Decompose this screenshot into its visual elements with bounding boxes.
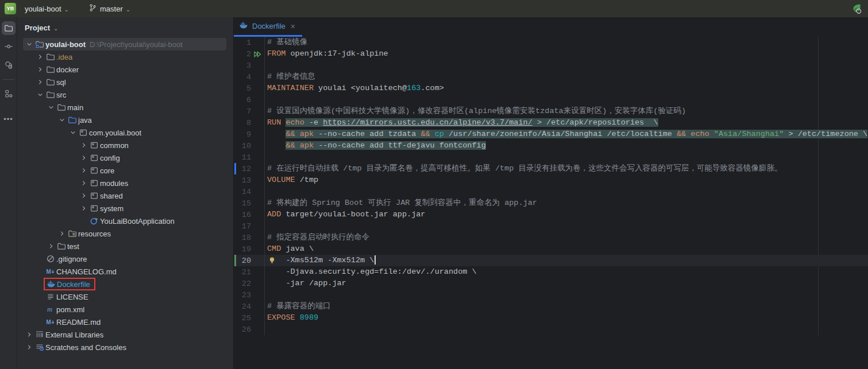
code-line[interactable]: 1# 基础镜像 [234,37,868,48]
tree-row-gitignore[interactable]: .gitignore [17,253,233,265]
tree-row-modules[interactable]: modules [17,177,233,189]
gutter-cell[interactable]: 25 [234,312,265,324]
gutter-cell[interactable]: 13 [234,174,265,186]
code-line[interactable]: 8RUN echo -e https://mirrors.ustc.edu.cn… [234,117,868,129]
tree-row-common[interactable]: common [17,139,233,152]
gutter-cell[interactable]: 8 [234,117,265,129]
chevron-right-icon[interactable] [24,330,34,339]
chevron-down-icon[interactable] [46,103,56,112]
chevron-right-icon[interactable] [79,141,88,150]
chevron-right-icon[interactable] [79,166,88,175]
code-line[interactable]: 18# 指定容器启动时执行的命令 [234,232,868,243]
gutter-cell[interactable]: 6 [234,94,265,106]
structure-tool-icon[interactable] [2,87,16,100]
code-line[interactable]: 26 [234,324,868,335]
more-tools-icon[interactable]: ••• [2,112,16,126]
chevron-down-icon[interactable] [35,90,45,99]
tree-row-config[interactable]: config [17,152,233,164]
code-line[interactable]: 21 -Djava.security.egd=file:/dev/./urand… [234,266,868,278]
tree-row-system[interactable]: system [17,202,233,215]
tab-dockerfile[interactable]: Dockerfile × [234,17,302,37]
gutter-cell[interactable]: 9 [234,129,265,140]
code-line[interactable]: 2FROM openjdk:17-jdk-alpine [234,48,868,60]
chevron-right-icon[interactable] [79,178,88,188]
code-line[interactable]: 22 -jar /app.jar [234,278,868,289]
chevron-right-icon[interactable] [79,204,88,213]
code-line[interactable]: 12# 在运行时自动挂载 /tmp 目录为匿名卷，提高可移植性。如果 /tmp … [234,163,868,174]
code-line[interactable]: 10 && apk --no-cache add ttf-dejavu font… [234,140,868,152]
code-line[interactable]: 25EXPOSE 8989 [234,312,868,324]
gutter-cell[interactable]: 3 [234,60,265,71]
gutter-cell[interactable]: 11 [234,152,265,163]
tree-row-java[interactable]: java [17,114,233,126]
tree-row-resources[interactable]: resources [17,227,233,240]
tree-row-external-libraries[interactable]: External Libraries [17,328,233,341]
tree-row-test[interactable]: test [17,240,233,253]
branch-selector[interactable]: master ⌄ [85,2,134,15]
code-line[interactable]: 4# 维护者信息 [234,71,868,83]
commit-tool-icon[interactable] [2,40,16,53]
run-file-icon[interactable] [251,50,264,59]
chevron-down-icon[interactable] [57,115,67,125]
gutter-cell[interactable]: 21 [234,266,265,278]
gutter-cell[interactable]: 15 [234,197,265,209]
tree-row-scratches-and-consoles[interactable]: Scratches and Consoles [17,341,233,354]
tree-row-main[interactable]: main [17,101,233,114]
tree-row-changelog-md[interactable]: MCHANGELOG.md [17,265,233,278]
chevron-right-icon[interactable] [35,52,45,61]
chevron-right-icon[interactable] [46,242,56,251]
gutter-cell[interactable]: 17 [234,220,265,232]
close-icon[interactable]: × [290,22,296,31]
chevron-right-icon[interactable] [79,191,88,200]
tree-row-src[interactable]: src [17,88,233,101]
gutter-cell[interactable]: 7 [234,106,265,117]
gutter-cell[interactable]: 12 [234,163,265,174]
tree-row-readme-md[interactable]: MREADME.md [17,316,233,328]
project-tool-icon[interactable] [2,21,16,35]
code-line[interactable]: 23 [234,289,868,301]
tree-row-youlai-boot[interactable]: youlai-bootD:\Project\youlai\youlai-boot [17,38,233,51]
code-line[interactable]: 17 [234,220,868,232]
tree-row-core[interactable]: core [17,164,233,177]
code-area[interactable]: 1# 基础镜像2FROM openjdk:17-jdk-alpine34# 维护… [234,37,868,335]
tree-row-docker[interactable]: docker [17,63,233,76]
code-line[interactable]: 5MAINTAINER youlai <youlaitech@163.com> [234,83,868,94]
tree-row-pom-xml[interactable]: mpom.xml [17,303,233,316]
tree-row-license[interactable]: LICENSE [17,290,233,303]
tree-row-sql[interactable]: sql [17,76,233,88]
code-line[interactable]: 13VOLUME /tmp [234,174,868,186]
chevron-down-icon[interactable] [68,128,78,137]
spring-run-widget-icon[interactable] [850,2,862,15]
pull-requests-tool-icon[interactable]: ? [2,58,16,72]
gutter-cell[interactable]: 24 [234,301,265,312]
gutter-cell[interactable]: 23 [234,289,265,301]
project-panel-header[interactable]: Project ⌄ [17,17,233,38]
chevron-right-icon[interactable] [24,343,34,352]
code-line[interactable]: 14 [234,186,868,197]
code-line[interactable]: 20 -Xms512m -Xmx512m \ [234,255,868,266]
code-line[interactable]: 11 [234,152,868,163]
code-line[interactable]: 16ADD target/youlai-boot.jar app.jar [234,209,868,220]
code-line[interactable]: 19CMD java \ [234,243,868,255]
chevron-right-icon[interactable] [35,77,45,87]
gutter-cell[interactable]: 26 [234,324,265,335]
code-line[interactable]: 15# 将构建的 Spring Boot 可执行 JAR 复制到容器中，重命名为… [234,197,868,209]
gutter-cell[interactable]: 20 [234,255,265,266]
chevron-right-icon[interactable] [57,229,67,238]
chevron-right-icon[interactable] [35,65,45,74]
code-line[interactable]: 24# 暴露容器的端口 [234,301,868,312]
gutter-cell[interactable]: 18 [234,232,265,243]
code-line[interactable]: 7# 设置国内镜像源(中国科技大学镜像源)，修改容器时区(alpine镜像需安装… [234,106,868,117]
chevron-down-icon[interactable] [24,40,34,49]
gutter-cell[interactable]: 16 [234,209,265,220]
gutter-cell[interactable]: 4 [234,71,265,83]
code-line[interactable]: 3 [234,60,868,71]
chevron-right-icon[interactable] [79,153,88,162]
tree-row-com-youlai-boot[interactable]: com.youlai.boot [17,126,233,139]
gutter-cell[interactable]: 19 [234,243,265,255]
gutter-cell[interactable]: 14 [234,186,265,197]
tree-row-dockerfile[interactable]: Dockerfile [17,278,233,290]
project-selector[interactable]: youlai-boot ⌄ [21,3,72,15]
gutter-cell[interactable]: 5 [234,83,265,94]
gutter-cell[interactable]: 10 [234,140,265,152]
